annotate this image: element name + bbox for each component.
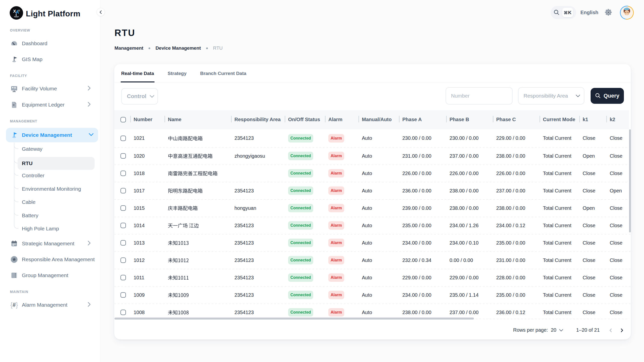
svg-text:H: H bbox=[18, 9, 20, 12]
